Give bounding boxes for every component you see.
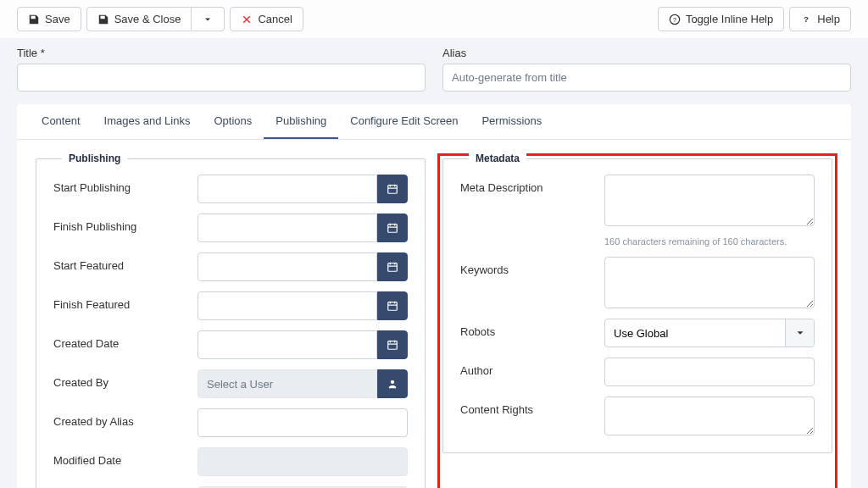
toolbar-left: Save Save & Close Cancel <box>17 7 303 31</box>
label-modified-date: Modified Date <box>53 447 189 467</box>
alias-input[interactable] <box>442 64 851 92</box>
textarea-keywords[interactable] <box>604 257 815 308</box>
content-row: Publishing Start Publishing Finish Publi… <box>17 140 851 488</box>
input-created-by[interactable] <box>198 369 377 398</box>
label-created-date: Created Date <box>53 330 189 350</box>
question-icon: ? <box>800 14 812 25</box>
calendar-finish-publishing[interactable] <box>377 214 408 242</box>
tabs: Content Images and Links Options Publish… <box>17 104 851 140</box>
row-keywords: Keywords <box>460 257 815 308</box>
tab-content[interactable]: Content <box>30 104 92 139</box>
select-robots[interactable] <box>604 319 815 347</box>
row-author: Author <box>460 358 815 386</box>
save-close-label: Save & Close <box>114 13 181 25</box>
svg-text:?: ? <box>804 14 809 24</box>
svg-rect-19 <box>388 341 398 350</box>
tab-images-links[interactable]: Images and Links <box>92 104 203 139</box>
row-robots: Robots <box>460 319 815 347</box>
tab-permissions[interactable]: Permissions <box>470 104 554 139</box>
row-start-featured: Start Featured <box>53 252 408 281</box>
svg-point-23 <box>391 380 394 384</box>
help-button[interactable]: ? Help <box>789 7 851 31</box>
main-panel: Content Images and Links Options Publish… <box>17 104 851 488</box>
input-start-featured[interactable] <box>198 252 377 281</box>
title-label: Title * <box>17 47 426 59</box>
user-icon <box>387 378 398 390</box>
alias-label: Alias <box>442 47 851 59</box>
help-label: Help <box>817 13 840 25</box>
save-close-dropdown[interactable] <box>192 7 225 31</box>
calendar-created-date[interactable] <box>377 330 408 359</box>
meta-description-hint: 160 characters remaining of 160 characte… <box>604 236 815 247</box>
row-created-by-alias: Created by Alias <box>53 408 408 437</box>
svg-rect-11 <box>388 263 398 272</box>
chevron-down-icon <box>202 14 214 25</box>
input-created-by-alias[interactable] <box>198 408 408 437</box>
cancel-button[interactable]: Cancel <box>230 7 303 31</box>
toolbar: Save Save & Close Cancel ? <box>0 0 868 38</box>
input-finish-publishing[interactable] <box>198 214 377 242</box>
toggle-help-label: Toggle Inline Help <box>686 13 773 25</box>
row-created-date: Created Date <box>53 330 408 359</box>
publishing-fieldset: Publishing Start Publishing Finish Publi… <box>36 158 426 488</box>
textarea-meta-description[interactable] <box>604 175 815 226</box>
metadata-legend: Metadata <box>469 152 526 164</box>
title-row: Title * Alias <box>0 38 868 92</box>
calendar-start-featured[interactable] <box>377 252 408 281</box>
save-button[interactable]: Save <box>17 7 81 31</box>
row-modified-date: Modified Date <box>53 447 408 476</box>
row-finish-publishing: Finish Publishing <box>53 214 408 242</box>
metadata-column: Metadata Meta Description 160 characters… <box>442 158 832 488</box>
label-created-by-alias: Created by Alias <box>53 408 189 428</box>
input-author[interactable] <box>604 358 815 386</box>
publishing-column: Publishing Start Publishing Finish Publi… <box>36 158 426 488</box>
row-start-publishing: Start Publishing <box>53 175 408 203</box>
svg-text:?: ? <box>673 15 677 23</box>
row-content-rights: Content Rights <box>460 396 815 435</box>
input-modified-date <box>198 447 408 476</box>
tab-publishing[interactable]: Publishing <box>264 104 338 139</box>
toolbar-right: ? Toggle Inline Help ? Help <box>658 7 851 31</box>
save-close-group: Save & Close <box>86 7 225 31</box>
title-input[interactable] <box>17 64 426 92</box>
row-created-by: Created By <box>53 369 408 398</box>
calendar-icon <box>387 261 398 273</box>
calendar-icon <box>387 339 398 351</box>
label-finish-featured: Finish Featured <box>53 291 189 311</box>
svg-rect-3 <box>388 186 398 194</box>
input-created-date[interactable] <box>198 330 377 359</box>
calendar-icon <box>387 300 398 312</box>
label-start-featured: Start Featured <box>53 252 189 272</box>
tab-options[interactable]: Options <box>202 104 264 139</box>
calendar-icon <box>387 183 398 195</box>
tab-configure-edit[interactable]: Configure Edit Screen <box>338 104 470 139</box>
save-icon <box>97 14 109 25</box>
row-finish-featured: Finish Featured <box>53 291 408 320</box>
publishing-legend: Publishing <box>62 152 127 164</box>
label-content-rights: Content Rights <box>460 396 596 416</box>
cancel-icon <box>241 14 253 25</box>
label-meta-description: Meta Description <box>460 175 596 194</box>
metadata-fieldset: Metadata Meta Description 160 characters… <box>442 158 832 453</box>
input-start-publishing[interactable] <box>198 175 377 203</box>
calendar-start-publishing[interactable] <box>377 175 408 203</box>
textarea-content-rights[interactable] <box>604 396 815 435</box>
user-select-button[interactable] <box>377 369 408 398</box>
save-close-button[interactable]: Save & Close <box>86 7 192 31</box>
input-finish-featured[interactable] <box>198 291 377 320</box>
question-circle-icon: ? <box>669 14 681 25</box>
label-author: Author <box>460 358 596 377</box>
title-field: Title * <box>17 47 426 92</box>
label-created-by: Created By <box>53 369 189 389</box>
label-start-publishing: Start Publishing <box>53 175 189 194</box>
toggle-help-button[interactable]: ? Toggle Inline Help <box>658 7 784 31</box>
label-finish-publishing: Finish Publishing <box>53 214 189 233</box>
calendar-finish-featured[interactable] <box>377 291 408 320</box>
alias-field: Alias <box>442 47 851 92</box>
cancel-label: Cancel <box>258 13 292 25</box>
svg-rect-15 <box>388 302 398 311</box>
label-keywords: Keywords <box>460 257 596 276</box>
save-label: Save <box>45 13 70 25</box>
label-robots: Robots <box>460 319 596 338</box>
svg-rect-7 <box>388 225 398 233</box>
